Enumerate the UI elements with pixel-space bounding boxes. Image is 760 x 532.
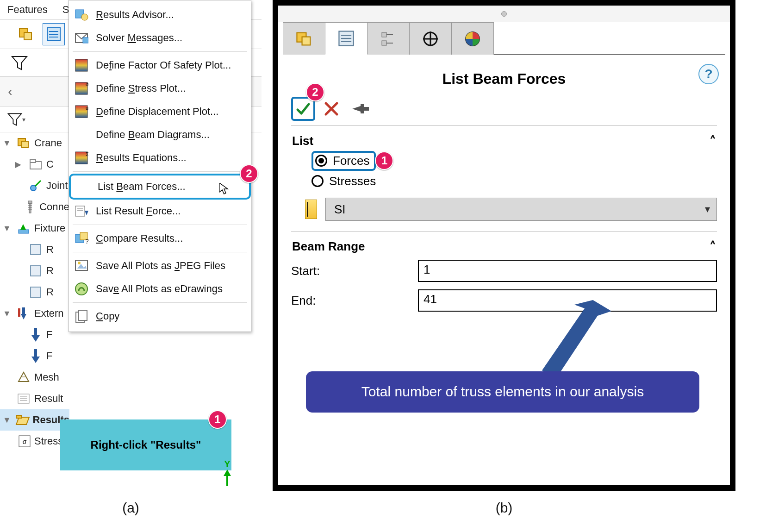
arrow-down-icon (28, 348, 44, 364)
svg-marker-20 (20, 224, 26, 230)
start-label: Start: (291, 264, 411, 278)
menu-item[interactable]: ?Compare Results... (69, 227, 251, 250)
svg-marker-25 (21, 314, 26, 319)
menu-item-label: Save All Plots as eDrawings (96, 283, 223, 295)
menu-item[interactable]: List Beam Forces...2 (69, 174, 251, 200)
menu-item[interactable]: List Result Force... (69, 200, 251, 223)
end-row: End: 41 (291, 286, 717, 315)
tree-item[interactable]: ▼Extern (0, 303, 69, 324)
results-context-menu: Results Advisor...Solver Messages...Defi… (69, 0, 251, 332)
tree-item-label: Conne (39, 201, 69, 213)
menu-item[interactable]: Results Advisor... (69, 3, 251, 26)
svg-rect-74 (382, 32, 386, 37)
tree-item-label: C (46, 158, 54, 170)
chevron-up-icon: ˄ (710, 239, 716, 254)
tree-caret-icon[interactable]: ▼ (3, 415, 12, 425)
tab-configuration-manager[interactable] (367, 22, 410, 55)
cancel-button[interactable] (324, 101, 339, 117)
tree-item[interactable]: ▶C (0, 154, 69, 175)
separator (291, 125, 717, 126)
chevron-down-icon: ▾ (705, 203, 710, 215)
menu-item[interactable]: Define Factor Of Safety Plot... (69, 54, 251, 77)
panel-grip[interactable] (278, 6, 730, 22)
tree-item-label: Mesh (34, 371, 59, 383)
tree-item[interactable]: ▼Results (0, 409, 69, 431)
pin-button[interactable] (352, 102, 370, 115)
tree-caret-icon[interactable]: ▶ (15, 159, 25, 169)
ok-cancel-row: 2 (291, 96, 717, 122)
chevron-left-icon[interactable]: ‹ (5, 84, 16, 99)
svg-rect-14 (28, 201, 32, 204)
svg-point-63 (78, 262, 81, 264)
tree-item[interactable]: Mesh (0, 367, 69, 388)
menu-item-label: Results Advisor... (96, 9, 174, 21)
tab-display-manager[interactable] (451, 22, 494, 55)
menu-item[interactable]: Save All Plots as eDrawings (69, 277, 251, 300)
start-input[interactable]: 1 (418, 260, 717, 282)
tree-item[interactable]: F (0, 345, 69, 367)
svg-rect-22 (31, 266, 41, 276)
opts-icon (16, 391, 31, 407)
tree-item[interactable]: Conne (0, 196, 69, 218)
tree-item[interactable]: R (0, 239, 69, 260)
units-select[interactable]: SI ▾ (325, 198, 717, 221)
tree-item[interactable]: Joint (0, 175, 69, 196)
menu-item[interactable]: Save All Plots as JPEG Files (69, 254, 251, 277)
menu-item[interactable]: uDefine Displacement Plot... (69, 100, 251, 123)
box-icon (28, 242, 44, 257)
tab-features[interactable]: Features (0, 1, 55, 19)
feature-tree: ▼Crane▶CJointConne▼FixtureRRR▼ExternFFMe… (0, 132, 69, 491)
property-manager-icon[interactable] (43, 23, 65, 45)
menu-item[interactable]: Copy (69, 305, 251, 328)
tree-item[interactable]: ▼Fixture (0, 218, 69, 239)
manager-tab-row (283, 22, 725, 55)
svg-rect-1 (24, 32, 31, 40)
menu-separator (73, 171, 247, 172)
tab-feature-tree[interactable] (283, 22, 325, 55)
menu-item-label: Copy (96, 310, 119, 322)
folder-open-icon (15, 412, 30, 428)
radio-forces[interactable] (315, 155, 327, 167)
svg-marker-6 (12, 56, 27, 69)
svg-rect-29 (34, 349, 37, 357)
svg-rect-23 (31, 287, 41, 297)
section-list-header[interactable]: List ˄ (291, 131, 717, 150)
menu-item[interactable]: Define Beam Diagrams... (69, 123, 251, 146)
menu-item-label: Compare Results... (96, 232, 183, 244)
menu-item[interactable]: σDefine Stress Plot... (69, 77, 251, 100)
feature-tree-icon[interactable] (15, 23, 37, 45)
svg-text:Σ: Σ (86, 151, 88, 157)
svg-rect-9 (22, 141, 28, 148)
menu-item-label: Solver Messages... (96, 32, 182, 44)
menu-item-label: Define Beam Diagrams... (96, 129, 210, 141)
tree-item[interactable]: σStress1 (-STRMAX: Upper bou (0, 431, 69, 452)
part-icon (16, 135, 31, 151)
tree-caret-icon[interactable]: ▼ (3, 224, 13, 233)
tree-item[interactable]: ▼Crane (0, 132, 69, 154)
svg-rect-75 (382, 41, 386, 45)
tab-property-manager[interactable] (325, 22, 368, 55)
dropdown-caret-icon[interactable]: ▾ (22, 116, 25, 123)
section-beam-range-header[interactable]: Beam Range ˄ (291, 237, 717, 256)
funnel-icon[interactable] (10, 54, 29, 72)
tree-item[interactable]: R (0, 282, 69, 303)
folder-icon (28, 156, 44, 172)
tree-item-label: Result (34, 393, 63, 405)
end-label: End: (291, 294, 411, 308)
tree-caret-icon[interactable]: ▼ (3, 309, 13, 319)
radio-stresses[interactable] (311, 175, 324, 187)
tree-caret-icon[interactable]: ▼ (3, 138, 13, 148)
menu-item[interactable]: Solver Messages... (69, 26, 251, 50)
help-button[interactable]: ? (698, 64, 719, 84)
menu-item-label: Define Displacement Plot... (96, 106, 218, 118)
tab-dimxpert[interactable] (409, 22, 452, 55)
svg-text:σ: σ (23, 438, 27, 445)
menu-item[interactable]: ΣResults Equations... (69, 146, 251, 169)
tree-item[interactable]: F (0, 324, 69, 345)
tree-item[interactable]: R (0, 260, 69, 282)
svg-text:σ: σ (86, 81, 88, 87)
tree-item[interactable]: Result (0, 388, 69, 409)
svg-marker-86 (542, 300, 611, 379)
joint-icon (28, 178, 44, 194)
screenshot-a: Features Ske ‹ (0, 0, 262, 491)
